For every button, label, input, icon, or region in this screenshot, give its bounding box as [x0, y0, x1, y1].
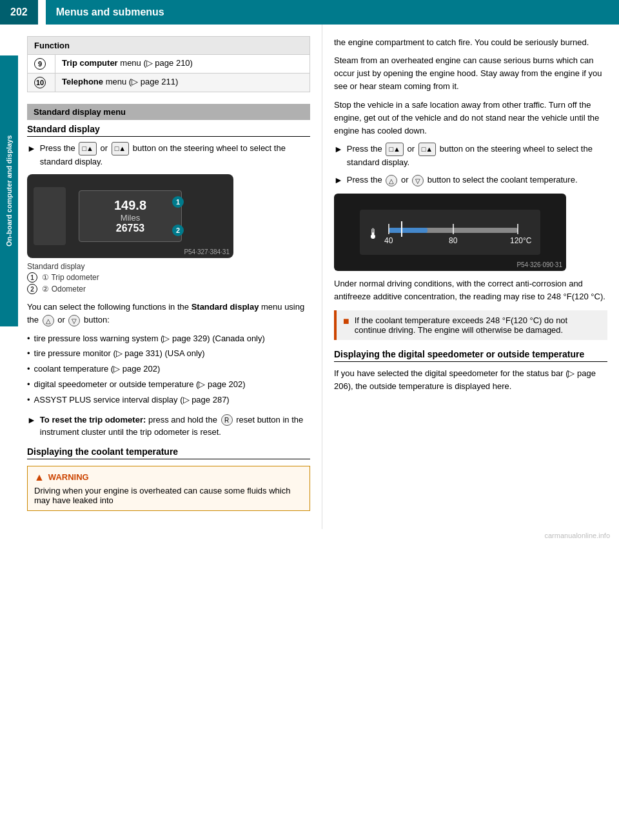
caption-trip: 1 ① Trip odometer [27, 272, 310, 283]
row-circle-9: 9 [34, 58, 46, 70]
gauge-svg: 🌡 40 80 120°C [353, 203, 547, 261]
press1-arrow: ► [334, 143, 343, 156]
dash-marker-2: 2 [172, 225, 184, 236]
btn-right-icon: □▲ [112, 142, 130, 155]
press-btn1-instruction: ► Press the □▲ or □▲ button on the steer… [334, 143, 607, 168]
telephone-label: Telephone [62, 77, 103, 86]
note-text: If the coolant temperature exceeds 248 °… [355, 315, 601, 335]
svg-text:🌡: 🌡 [366, 226, 380, 242]
dash-caption-list: Standard display 1 ① Trip odometer 2 ② O… [27, 262, 310, 294]
bullet-item: •tire pressure monitor (▷ page 331) (USA… [27, 347, 310, 361]
table-row: 9 Trip computer menu (▷ page 210) [28, 55, 310, 74]
select-paragraph: You can select the following functions i… [27, 301, 310, 326]
warning-box: ▲ WARNING Driving when your engine is ov… [27, 466, 310, 511]
under-normal-text: Under normal driving conditions, with th… [334, 277, 607, 303]
page-number: 202 [0, 0, 38, 25]
reset-text: To reset the trip odometer: press and ho… [40, 414, 310, 439]
gauge-image-ref: P54·326·090·31 [516, 261, 562, 268]
press1-text: Press the □▲ or □▲ button on the steerin… [347, 143, 607, 168]
dash-image-ref: P54·327·384·31 [184, 248, 230, 255]
table-header: Function [28, 37, 310, 55]
left-column: Function 9 Trip computer menu (▷ page 21… [21, 25, 322, 529]
standard-display-menu-header: Standard display menu [27, 104, 310, 120]
dashboard-image: 149.8 Miles 26753 1 2 P54·327·384·31 [27, 174, 233, 258]
dash-display-box: 149.8 Miles 26753 1 2 [79, 190, 182, 242]
dash-miles-label: Miles [121, 213, 140, 223]
btn-left-icon: □▲ [79, 142, 97, 155]
coolant-subheader: Displaying the coolant temperature [27, 446, 310, 459]
bullet-item: •digital speedometer or outside temperat… [27, 378, 310, 392]
note-icon: ■ [343, 315, 349, 327]
up-btn-icon: △ [43, 315, 54, 326]
svg-text:40: 40 [384, 236, 393, 245]
press-btn2-instruction: ► Press the △ or ▽ button to select the … [334, 174, 607, 187]
warning-triangle-icon: ▲ [34, 472, 44, 483]
table-row: 10 Telephone menu (▷ page 211) [28, 74, 310, 92]
down-btn-icon: ▽ [68, 315, 80, 326]
bullet-item: •coolant temperature (▷ page 202) [27, 363, 310, 376]
press2-text: Press the △ or ▽ button to select the co… [347, 174, 578, 186]
dash-trip-value: 149.8 [114, 198, 146, 213]
telephone-cell: Telephone menu (▷ page 211) [55, 74, 310, 92]
steam-text: Steam from an overheated engine can caus… [334, 54, 607, 93]
row-circle-10: 10 [34, 77, 46, 88]
standard-display-subheader: Standard display [27, 124, 310, 137]
svg-rect-3 [389, 228, 427, 233]
digital-speed-subheader: Displaying the digital speedometer or ou… [334, 349, 607, 362]
svg-text:80: 80 [449, 236, 458, 245]
dash-caption-title: Standard display [27, 262, 310, 271]
arrow-icon: ► [27, 142, 36, 155]
press1-right-btn: □▲ [418, 143, 437, 156]
warning-text: Driving when your engine is overheated c… [34, 486, 303, 505]
instruction-1-text: Press the □▲ or □▲ button on the steerin… [40, 142, 310, 168]
press2-up-btn: △ [386, 175, 397, 186]
header-title: Menus and submenus [46, 0, 619, 25]
warning-title: ▲ WARNING [34, 472, 303, 483]
reset-instruction: ► To reset the trip odometer: press and … [27, 414, 310, 439]
stop-text: Stop the vehicle in a safe location away… [334, 99, 607, 137]
bullet-item: •ASSYST PLUS service interval display (▷… [27, 394, 310, 407]
dashboard-image-container: 149.8 Miles 26753 1 2 P54·327·384·31 [27, 174, 310, 258]
press1-left-btn: □▲ [386, 143, 404, 156]
svg-text:120°C: 120°C [510, 236, 532, 245]
function-table: Function 9 Trip computer menu (▷ page 21… [27, 36, 310, 92]
press2-down-btn: ▽ [412, 175, 424, 186]
side-tab-label: On-board computer and displays [0, 55, 18, 326]
coolant-gauge-image: 🌡 40 80 120°C P54·326·090·31 [334, 194, 566, 271]
gauge-image-container: 🌡 40 80 120°C P54·326·090·31 [334, 194, 607, 271]
right-column: the engine compartment to catch fire. Yo… [322, 25, 619, 529]
dash-odo-value: 26753 [116, 223, 145, 234]
digital-speed-text: If you have selected the digital speedom… [334, 367, 607, 393]
fire-text: the engine compartment to catch fire. Yo… [334, 36, 607, 49]
trip-computer-cell: Trip computer menu (▷ page 210) [55, 55, 310, 74]
function-bullet-list: •tire pressure loss warning system (▷ pa… [27, 332, 310, 407]
note-box: ■ If the coolant temperature exceeds 248… [334, 310, 607, 340]
reset-arrow: ► [27, 414, 36, 427]
trip-computer-label: Trip computer [62, 58, 118, 68]
caption-odo: 2 ② Odometer [27, 284, 310, 294]
watermark: carmanualonline.info [0, 529, 619, 542]
dash-marker-1: 1 [172, 196, 184, 208]
reset-btn-icon: R [221, 414, 233, 426]
instruction-1: ► Press the □▲ or □▲ button on the steer… [27, 142, 310, 168]
press2-arrow: ► [334, 174, 343, 187]
bullet-item: •tire pressure loss warning system (▷ pa… [27, 332, 310, 346]
